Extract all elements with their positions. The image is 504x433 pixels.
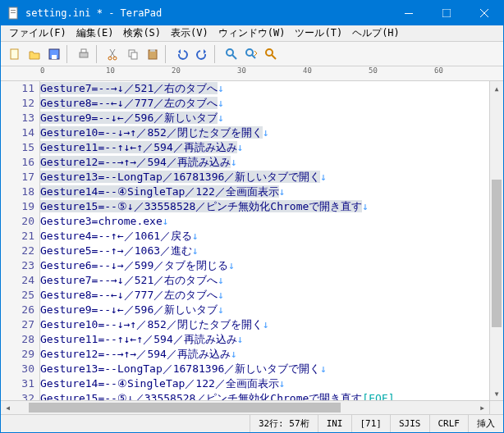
- svg-rect-4: [442, 9, 451, 17]
- status-encoding: SJIS: [390, 415, 429, 432]
- svg-rect-7: [11, 49, 18, 59]
- status-spacer: [1, 415, 250, 432]
- editor[interactable]: 1112131415161718192021222324252627282930…: [1, 81, 503, 400]
- svg-rect-3: [405, 13, 413, 14]
- toolbar-separator: [96, 45, 101, 63]
- toolbar-separator: [165, 45, 170, 63]
- svg-rect-19: [150, 49, 155, 52]
- svg-line-21: [232, 55, 236, 59]
- close-button[interactable]: [465, 1, 503, 25]
- svg-rect-1: [11, 10, 16, 11]
- svg-rect-2: [11, 12, 16, 13]
- save-button[interactable]: [45, 45, 63, 63]
- app-icon: [7, 7, 21, 20]
- menu-help[interactable]: ヘルプ(H): [347, 25, 405, 42]
- replace-button[interactable]: [262, 45, 280, 63]
- horizontal-scroll-thumb[interactable]: [29, 403, 341, 412]
- app-window: setting.ini * - TeraPad ファイル(F) 編集(E) 検索…: [0, 0, 504, 433]
- cut-button[interactable]: [104, 45, 122, 63]
- text-content[interactable]: Gesture7=--→↓／521／右のタブへ↓Gesture8=--←↓／77…: [40, 81, 489, 400]
- menu-view[interactable]: 表示(V): [166, 25, 213, 42]
- svg-point-20: [227, 49, 233, 56]
- maximize-button[interactable]: [428, 1, 465, 25]
- statusbar: 32行: 57桁 INI [71] SJIS CRLF 挿入: [1, 414, 503, 432]
- menu-edit[interactable]: 編集(E): [71, 25, 119, 42]
- toolbar: [1, 42, 503, 66]
- scroll-up-arrow[interactable]: ▴: [490, 81, 503, 95]
- find-button[interactable]: [222, 45, 241, 63]
- window-title: setting.ini * - TeraPad: [25, 7, 390, 19]
- paste-button[interactable]: [144, 45, 162, 63]
- svg-line-25: [272, 55, 276, 59]
- print-button[interactable]: [75, 45, 93, 63]
- menubar: ファイル(F) 編集(E) 検索(S) 表示(V) ウィンドウ(W) ツール(T…: [1, 25, 503, 42]
- copy-button[interactable]: [124, 45, 142, 63]
- svg-point-24: [266, 49, 273, 56]
- scroll-left-arrow[interactable]: ◂: [1, 401, 15, 414]
- svg-rect-10: [80, 52, 88, 57]
- status-insertmode: 挿入: [468, 415, 503, 432]
- new-button[interactable]: [6, 45, 24, 63]
- line-number-gutter: 1112131415161718192021222324252627282930…: [1, 81, 40, 400]
- ruler: 0102030405060: [1, 66, 503, 81]
- menu-search[interactable]: 検索(S): [118, 25, 166, 42]
- undo-button[interactable]: [173, 45, 191, 63]
- minimize-button[interactable]: [390, 1, 428, 25]
- toolbar-separator: [66, 45, 71, 63]
- status-lineending: CRLF: [429, 415, 469, 432]
- scroll-down-arrow[interactable]: ▾: [490, 386, 503, 400]
- scroll-right-arrow[interactable]: ▸: [475, 401, 489, 414]
- open-button[interactable]: [25, 45, 44, 63]
- status-filetype: INI: [318, 415, 351, 432]
- status-position: 32行: 57桁: [250, 415, 318, 432]
- menu-window[interactable]: ウィンドウ(W): [213, 25, 291, 42]
- horizontal-scrollbar[interactable]: ◂ ▸: [1, 400, 503, 414]
- vertical-scrollbar[interactable]: ▴ ▾: [489, 81, 503, 400]
- menu-file[interactable]: ファイル(F): [4, 25, 71, 42]
- status-charcode: [71]: [351, 415, 391, 432]
- menu-tools[interactable]: ツール(T): [290, 25, 347, 42]
- redo-button[interactable]: [193, 45, 211, 63]
- toolbar-separator: [214, 45, 219, 63]
- vertical-scroll-thumb[interactable]: [492, 180, 502, 327]
- find-next-button[interactable]: [242, 45, 260, 63]
- svg-rect-11: [81, 49, 86, 52]
- svg-rect-17: [131, 52, 137, 59]
- svg-rect-9: [52, 55, 57, 59]
- titlebar[interactable]: setting.ini * - TeraPad: [1, 1, 503, 25]
- svg-point-22: [246, 49, 253, 56]
